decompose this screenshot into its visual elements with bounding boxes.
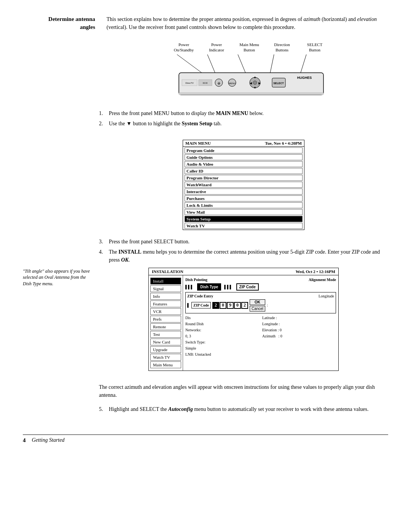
install-menu-prefs[interactable]: Prefs: [150, 316, 181, 323]
zip-code-button[interactable]: ZIP Code: [236, 283, 259, 291]
receiver-svg: HUGHES DirecTV 00:00 ⏻ MENU ▲: [156, 54, 331, 102]
dis-label: Dis: [185, 315, 259, 321]
header-section: Determine antenna angles This section ex…: [23, 15, 388, 31]
step-3-text: Press the front panel SELECT button.: [109, 238, 388, 246]
svg-line-0: [177, 54, 202, 73]
ok-cancel-col: OK Cancel: [250, 299, 265, 312]
menu-title: MAIN MENU: [185, 141, 211, 145]
menu-item-guide-options[interactable]: Guide Options: [185, 154, 303, 160]
install-title: INSTALLATION: [152, 269, 183, 274]
step-4-num: 4.: [99, 248, 107, 264]
install-row-buttons: ▌▌▌ Dish Type ▌▌▌ ZIP Code: [185, 283, 336, 291]
zip-digit-2[interactable]: 0: [220, 302, 226, 309]
install-menu-remote[interactable]: Remote: [150, 323, 181, 330]
svg-text:▶: ▶: [258, 81, 261, 85]
install-right-content: Dish Pointing Alignment Mode ▌▌▌ Dish Ty…: [183, 275, 338, 371]
svg-rect-24: [179, 93, 323, 95]
install-timestamp: Wed, Oct 2 • 12:16PM: [296, 269, 335, 274]
menu-item-view-mail[interactable]: View Mail: [185, 209, 303, 215]
install-screenshot-container: INSTALLATION Wed, Oct 2 • 12:16PM Instal…: [99, 268, 388, 371]
install-body: Install Signal Info Features VCR Prefs R…: [149, 275, 338, 371]
install-menu-signal[interactable]: Signal: [150, 285, 181, 292]
svg-point-17: [253, 81, 257, 85]
zip-code-indicator: ▌▌▌: [224, 285, 232, 289]
longitude-label: Longitude: [319, 294, 334, 298]
svg-text:00:00: 00:00: [203, 82, 208, 84]
svg-text:HUGHES: HUGHES: [297, 76, 312, 80]
elevation-value: Elevation : 0: [262, 327, 336, 333]
steps-3-4-section: "Tilt angle" also appears if you have se…: [23, 238, 388, 377]
footer-label: Getting Started: [32, 437, 65, 443]
label-select: SELECTButton: [299, 42, 330, 53]
menu-item-program-guide[interactable]: Program Guide: [185, 147, 303, 153]
menu-item-watch-tv[interactable]: Watch TV: [185, 223, 303, 229]
step-2-num: 2.: [99, 120, 107, 128]
dish-type-button[interactable]: Dish Type: [197, 283, 221, 291]
svg-text:◀: ◀: [250, 81, 252, 85]
svg-text:▲: ▲: [253, 75, 256, 79]
install-menu-info[interactable]: Info: [150, 293, 181, 300]
svg-text:SELECT: SELECT: [273, 82, 284, 85]
menu-item-caller-id[interactable]: Caller ID: [185, 168, 303, 174]
step-1: 1. Press the front panel MENU button to …: [99, 109, 388, 117]
footer-text: The correct azimuth and elevation angles…: [99, 384, 375, 398]
svg-text:▼: ▼: [253, 86, 256, 89]
lnb-label: LNB: Unstacked: [185, 351, 259, 358]
dish-pointing-label: Dish Pointing: [185, 278, 207, 282]
install-menu-vcr[interactable]: VCR: [150, 308, 181, 315]
install-screenshot: INSTALLATION Wed, Oct 2 • 12:16PM Instal…: [148, 268, 339, 371]
install-left-menu: Install Signal Info Features VCR Prefs R…: [149, 275, 183, 371]
install-menu-upgrade[interactable]: Upgrade: [150, 346, 181, 353]
diagram-labels: PowerOn/Standby PowerIndicator Main Menu…: [156, 42, 331, 53]
install-menu-test[interactable]: Test: [150, 331, 181, 338]
menu-header: MAIN MENU Tue, Nov 6 • 4:20PM: [183, 140, 304, 147]
install-top-row: Dish Pointing Alignment Mode: [185, 278, 336, 282]
sidebar-note-text: "Tilt angle" also appears if you have se…: [23, 268, 90, 287]
label-power-indicator: PowerIndicator: [201, 42, 232, 53]
diagram-wrapper: PowerOn/Standby PowerIndicator Main Menu…: [148, 42, 339, 102]
label-direction: DirectionButtons: [267, 42, 297, 53]
install-menu-install[interactable]: Install: [150, 278, 181, 284]
menu-item-program-director[interactable]: Program Director: [185, 175, 303, 181]
zip-digit-4[interactable]: 0: [234, 302, 241, 309]
menu-item-interactive[interactable]: Interactive: [185, 189, 303, 195]
zip-code-inner-label: ZIP Code: [191, 302, 211, 308]
install-info-left: Dis Round Dish Networks: 0, 3 Switch Typ…: [185, 315, 259, 358]
install-menu-main-menu[interactable]: Main Menu: [150, 361, 181, 368]
svg-text:MENU: MENU: [229, 82, 236, 85]
menu-item-audio-video[interactable]: Audio & Video: [185, 161, 303, 167]
steps-1-2: 1. Press the front panel MENU button to …: [99, 109, 388, 130]
menu-item-system-setup[interactable]: System Setup: [185, 216, 303, 222]
zip-digit-3[interactable]: 9: [227, 302, 234, 309]
cancel-button[interactable]: Cancel: [250, 306, 265, 312]
install-menu-features[interactable]: Features: [150, 300, 181, 307]
azimuth-value: Azimuth : 0: [262, 333, 336, 339]
menu-item-purchases[interactable]: Purchases: [185, 195, 303, 201]
page-number: 4: [23, 437, 26, 444]
menu-item-watchwizard[interactable]: WatchWizard: [185, 182, 303, 188]
step-2-text: Use the ▼ button to highlight the System…: [109, 120, 388, 128]
main-menu-container: MAIN MENU Tue, Nov 6 • 4:20PM Program Gu…: [99, 140, 388, 230]
install-menu-new-card[interactable]: New Card: [150, 339, 181, 345]
zip-entry-header-label: ZIP Code Entry: [187, 294, 213, 298]
menu-item-lock-limits[interactable]: Lock & Limits: [185, 202, 303, 208]
footer-text-section: The correct azimuth and elevation angles…: [99, 383, 388, 399]
alignment-mode-label: Alignment Mode: [309, 278, 336, 282]
install-info-row: Dis Round Dish Networks: 0, 3 Switch Typ…: [185, 315, 336, 358]
step-2: 2. Use the ▼ button to highlight the Sys…: [99, 120, 388, 128]
zip-digit-1[interactable]: 2: [212, 302, 219, 309]
zip-digit-5[interactable]: 2: [241, 302, 248, 309]
ok-button[interactable]: OK: [250, 299, 265, 305]
install-menu-watch-tv[interactable]: Watch TV: [150, 354, 181, 361]
step-5: 5. Highlight and SELECT the Autoconfig m…: [99, 405, 388, 413]
round-dish-label: Round Dish: [185, 321, 259, 327]
zip-indicator: ▌: [187, 303, 190, 307]
networks-label: Networks:: [185, 327, 259, 333]
step-3: 3. Press the front panel SELECT button.: [99, 238, 388, 246]
install-info-right: Latitude : Longitude : Elevation : 0 Azi…: [262, 315, 336, 358]
step-4-text: The INSTALL menu helps you to determine …: [109, 248, 388, 264]
header-left: Determine antenna angles: [23, 15, 99, 31]
step-3-num: 3.: [99, 238, 107, 246]
label-main-menu: Main MenuButton: [234, 42, 264, 53]
networks-value: 0, 3: [185, 333, 259, 339]
